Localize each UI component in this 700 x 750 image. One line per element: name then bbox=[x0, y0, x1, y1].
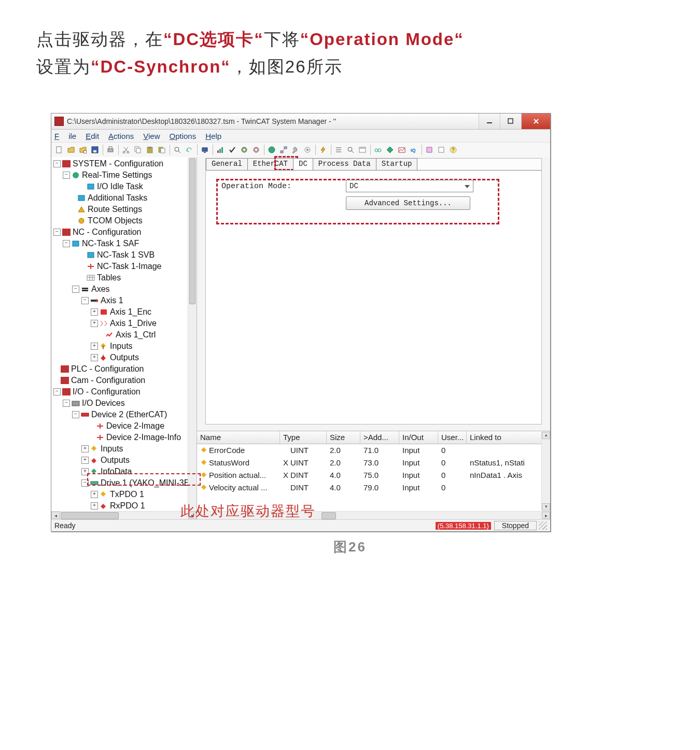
gear2-icon[interactable] bbox=[250, 144, 262, 155]
menu-file[interactable]: File bbox=[54, 132, 76, 140]
right-panel: General EtherCAT DC Process Data Startup… bbox=[197, 157, 550, 520]
svg-rect-11 bbox=[136, 148, 141, 153]
gear1-icon[interactable] bbox=[239, 144, 250, 155]
tree-vscrollbar[interactable] bbox=[188, 157, 197, 513]
tab-dc[interactable]: DC bbox=[293, 158, 313, 170]
globe-icon[interactable] bbox=[266, 144, 277, 155]
grid-row[interactable]: ErrorCode UINT 2.0 71.0 Input 0 bbox=[197, 444, 550, 457]
tree-item[interactable]: Route Settings bbox=[53, 204, 197, 215]
status-ready: Ready bbox=[54, 521, 75, 530]
tree-item[interactable]: −NC - Configuration bbox=[53, 227, 197, 238]
tree-item[interactable]: +RxPDO 1 bbox=[53, 500, 197, 512]
tree-item[interactable]: +Outputs bbox=[53, 352, 197, 363]
advanced-settings-button[interactable]: Advanced Settings... bbox=[346, 196, 470, 210]
tree-item[interactable]: Device 2-Image bbox=[53, 420, 197, 432]
toolbar: IQ ? bbox=[51, 143, 550, 158]
tree-item[interactable]: Axis 1_Ctrl bbox=[53, 329, 197, 341]
cut-icon[interactable] bbox=[120, 144, 132, 155]
tree-item[interactable]: Cam - Configuration bbox=[53, 375, 197, 386]
tree-item[interactable]: +Inputs bbox=[53, 443, 197, 455]
tab-startup[interactable]: Startup bbox=[376, 158, 418, 170]
titlebar[interactable]: C:\Users\Administrator\Desktop\180326\18… bbox=[51, 114, 550, 130]
status-ip: (5.38.158.31.1.1) bbox=[436, 522, 491, 530]
paste-icon[interactable] bbox=[144, 144, 156, 155]
svg-point-35 bbox=[378, 149, 381, 152]
tree-item[interactable]: +Inputs bbox=[53, 341, 197, 352]
bar-icon[interactable] bbox=[215, 144, 226, 155]
grid-vscrollbar[interactable]: ▴▾ bbox=[541, 432, 550, 511]
tree-item[interactable]: NC-Task 1 SVB bbox=[53, 249, 197, 261]
resize-grip-icon[interactable] bbox=[539, 521, 547, 530]
tab-process-data[interactable]: Process Data bbox=[313, 158, 376, 170]
grid-header[interactable]: Name Type Size >Add... In/Out User... Li… bbox=[197, 431, 550, 444]
tree-item[interactable]: −I/O - Configuration bbox=[53, 386, 197, 398]
help-icon[interactable]: ? bbox=[447, 144, 459, 155]
svg-rect-20 bbox=[219, 149, 221, 153]
list-icon[interactable] bbox=[333, 144, 344, 155]
menu-edit[interactable]: Edit bbox=[86, 132, 99, 140]
tree-item[interactable]: −SYSTEM - Configuration bbox=[53, 158, 197, 169]
pasteall-icon[interactable] bbox=[156, 144, 167, 155]
minimize-button[interactable] bbox=[479, 114, 500, 129]
tree-item[interactable]: Device 2-Image-Info bbox=[53, 432, 197, 443]
menu-actions[interactable]: Actions bbox=[108, 132, 134, 140]
openrecent-icon[interactable] bbox=[77, 144, 89, 155]
tree-item[interactable]: +Axis 1_Drive bbox=[53, 318, 197, 329]
tree-item[interactable]: −Device 2 (EtherCAT) bbox=[53, 409, 197, 420]
print-icon[interactable] bbox=[105, 144, 116, 155]
tree-item[interactable]: Tables bbox=[53, 272, 197, 284]
tree-item[interactable]: −NC-Task 1 SAF bbox=[53, 238, 197, 249]
tree-item[interactable]: −I/O Devices bbox=[53, 398, 197, 409]
tree-item[interactable]: PLC - Configuration bbox=[53, 363, 197, 375]
svg-rect-21 bbox=[221, 147, 223, 153]
tree-hscrollbar[interactable]: ◂▸ bbox=[51, 511, 197, 520]
device-icon[interactable] bbox=[199, 144, 211, 155]
tree-item[interactable]: −Real-Time Settings bbox=[53, 169, 197, 181]
tree-item[interactable]: TCOM Objects bbox=[53, 215, 197, 227]
close-button[interactable] bbox=[521, 114, 550, 129]
find-icon[interactable] bbox=[172, 144, 183, 155]
square-icon[interactable] bbox=[436, 144, 447, 155]
svg-rect-18 bbox=[204, 152, 206, 153]
tree-item[interactable]: I/O Idle Task bbox=[53, 181, 197, 192]
book-icon[interactable] bbox=[424, 144, 435, 155]
iq-icon[interactable]: IQ bbox=[408, 144, 419, 155]
tree-item[interactable]: NC-Task 1-Image bbox=[53, 261, 197, 272]
tab-general[interactable]: General bbox=[206, 158, 248, 170]
status-state: Stopped bbox=[494, 521, 537, 530]
menu-view[interactable]: View bbox=[143, 132, 160, 140]
undo-icon[interactable] bbox=[184, 144, 195, 155]
operation-mode-select[interactable]: DC bbox=[346, 180, 473, 192]
menu-options[interactable]: Options bbox=[170, 132, 197, 140]
zoom-icon[interactable] bbox=[345, 144, 356, 155]
grid-row[interactable]: Position actual... XDINT 4.0 75.0 Input … bbox=[197, 469, 550, 482]
open-icon[interactable] bbox=[65, 144, 77, 155]
diamond-green-icon[interactable] bbox=[384, 144, 396, 155]
svg-rect-28 bbox=[284, 147, 287, 149]
tree-item[interactable]: +Outputs bbox=[53, 455, 197, 466]
tree-item[interactable]: +TxPDO 1 bbox=[53, 489, 197, 500]
annotation-note: 此处对应驱动器型号 bbox=[180, 502, 316, 520]
tree-item[interactable]: Additional Tasks bbox=[53, 192, 197, 204]
grid-row[interactable]: StatusWord XUINT 2.0 73.0 Input 0 nStatu… bbox=[197, 457, 550, 469]
svg-rect-54 bbox=[61, 365, 69, 373]
save-icon[interactable] bbox=[89, 144, 101, 155]
target-icon[interactable] bbox=[302, 144, 313, 155]
grid-row[interactable]: Velocity actual ... DINT 4.0 79.0 Input … bbox=[197, 482, 550, 494]
svg-rect-19 bbox=[217, 150, 219, 153]
menu-help[interactable]: Help bbox=[205, 132, 221, 140]
glasses-icon[interactable] bbox=[372, 144, 384, 155]
tree-item[interactable]: +Axis 1_Enc bbox=[53, 306, 197, 318]
check-icon[interactable] bbox=[227, 144, 238, 155]
maximize-button[interactable] bbox=[500, 114, 521, 129]
link-icon[interactable] bbox=[278, 144, 289, 155]
bolt-icon[interactable] bbox=[317, 144, 329, 155]
tree-item[interactable]: −Axis 1 bbox=[53, 295, 197, 306]
tree-item[interactable]: −Axes bbox=[53, 284, 197, 295]
panel-icon[interactable] bbox=[357, 144, 368, 155]
wrench-icon[interactable] bbox=[290, 144, 301, 155]
new-icon[interactable] bbox=[53, 144, 65, 155]
copy-icon[interactable] bbox=[132, 144, 144, 155]
scope-icon[interactable] bbox=[396, 144, 408, 155]
svg-rect-2 bbox=[57, 147, 61, 153]
